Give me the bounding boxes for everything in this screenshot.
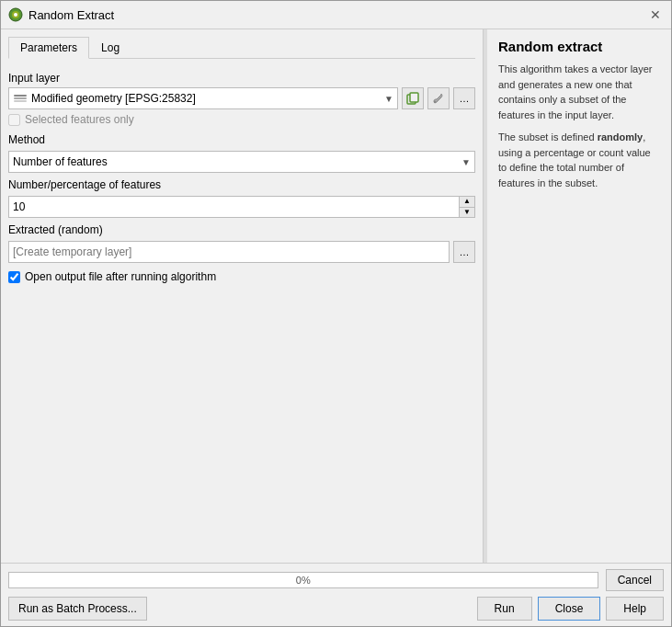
method-arrow-icon: ▼ (461, 157, 471, 167)
spin-up-button[interactable]: ▲ (460, 197, 474, 208)
open-output-row: Open output file after running algorithm (8, 270, 475, 283)
svg-rect-3 (14, 95, 27, 97)
copy-icon (406, 92, 419, 105)
right-panel-title: Random extract (498, 39, 660, 54)
action-row: Run as Batch Process... Run Close Help (8, 597, 664, 621)
layer-icon (13, 91, 28, 106)
number-input-row: 10 ▲ ▼ (8, 196, 475, 218)
main-window: Random Extract ✕ Parameters Log Input la… (0, 0, 672, 627)
title-bar: Random Extract ✕ (1, 1, 671, 29)
right-panel-para2: The subset is defined randomly, using a … (498, 130, 660, 190)
input-layer-row: Modified geometry [EPSG:25832] ▼ (8, 87, 475, 109)
title-bar-left: Random Extract (8, 7, 114, 22)
svg-rect-4 (14, 97, 27, 99)
right-panel-description: This algorithm takes a vector layer and … (498, 62, 660, 190)
content-area: Parameters Log Input layer Modified geom… (1, 29, 671, 563)
number-label: Number/percentage of features (8, 178, 475, 191)
window-title: Random Extract (28, 8, 114, 22)
browse-icon: … (460, 246, 470, 257)
left-panel: Parameters Log Input layer Modified geom… (1, 29, 484, 563)
progress-label: 0% (296, 575, 311, 586)
tab-bar: Parameters Log (8, 37, 475, 59)
right-panel-para1: This algorithm takes a vector layer and … (498, 62, 660, 122)
batch-process-button[interactable]: Run as Batch Process... (8, 597, 147, 621)
spin-buttons: ▲ ▼ (460, 196, 475, 218)
help-button[interactable]: Help (606, 597, 664, 621)
method-select[interactable]: Number of features ▼ (8, 151, 475, 173)
number-input[interactable]: 10 (8, 196, 460, 218)
method-value: Number of features (13, 155, 108, 168)
svg-point-8 (434, 101, 436, 103)
selected-features-row: Selected features only (8, 113, 475, 126)
progress-bar-container: 0% (8, 572, 598, 588)
tab-log[interactable]: Log (89, 37, 131, 58)
bottom-bar: 0% Cancel Run as Batch Process... Run Cl… (1, 563, 671, 626)
window-close-button[interactable]: ✕ (647, 6, 664, 23)
open-output-checkbox[interactable] (8, 271, 20, 283)
extracted-browse-button[interactable]: … (453, 241, 475, 263)
input-layer-value: Modified geometry [EPSG:25832] (31, 92, 384, 105)
selected-features-checkbox[interactable] (8, 114, 20, 126)
more-options-button[interactable]: … (453, 87, 475, 109)
copy-layer-button[interactable] (402, 87, 424, 109)
svg-rect-7 (410, 93, 418, 102)
spin-down-button[interactable]: ▼ (460, 208, 474, 218)
settings-button[interactable] (427, 87, 450, 109)
svg-point-2 (14, 13, 17, 17)
open-output-label: Open output file after running algorithm (25, 270, 216, 283)
run-button[interactable]: Run (477, 597, 532, 621)
extracted-label: Extracted (random) (8, 223, 475, 236)
progress-row: 0% Cancel (8, 569, 664, 591)
extracted-input[interactable] (8, 241, 450, 263)
dots-icon: … (460, 93, 470, 104)
input-layer-select[interactable]: Modified geometry [EPSG:25832] ▼ (8, 87, 398, 109)
input-layer-arrow-icon: ▼ (384, 94, 393, 104)
svg-rect-5 (14, 100, 27, 102)
method-label: Method (8, 133, 475, 146)
input-layer-label: Input layer (8, 72, 475, 85)
close-button[interactable]: Close (538, 597, 601, 621)
tab-parameters[interactable]: Parameters (8, 37, 89, 59)
wrench-icon (432, 92, 445, 105)
right-panel: Random extract This algorithm takes a ve… (487, 29, 671, 563)
selected-features-label: Selected features only (25, 113, 134, 126)
cancel-button[interactable]: Cancel (606, 569, 664, 591)
extracted-row: … (8, 241, 475, 263)
qgis-icon (8, 7, 23, 22)
